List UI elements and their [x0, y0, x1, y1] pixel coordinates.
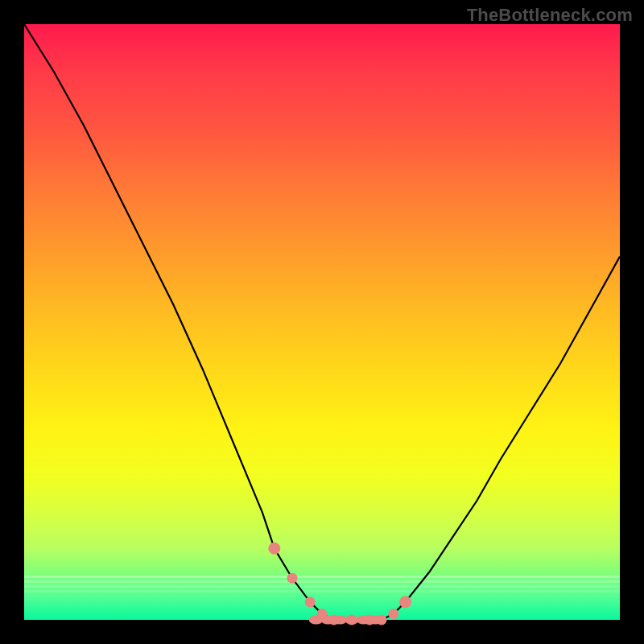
- watermark-text: TheBottleneck.com: [467, 5, 633, 26]
- chart-frame: TheBottleneck.com: [0, 0, 644, 644]
- bottleneck-curve: [24, 24, 620, 620]
- curve-dots: [268, 543, 411, 625]
- curve-dot: [399, 596, 411, 608]
- plot-area: [24, 24, 620, 620]
- curve-dot: [369, 616, 383, 625]
- curve-dot: [287, 573, 298, 584]
- curve-dot: [305, 597, 316, 607]
- curve-dot: [388, 609, 398, 619]
- curve-dot: [268, 543, 280, 555]
- curve-line: [24, 24, 620, 620]
